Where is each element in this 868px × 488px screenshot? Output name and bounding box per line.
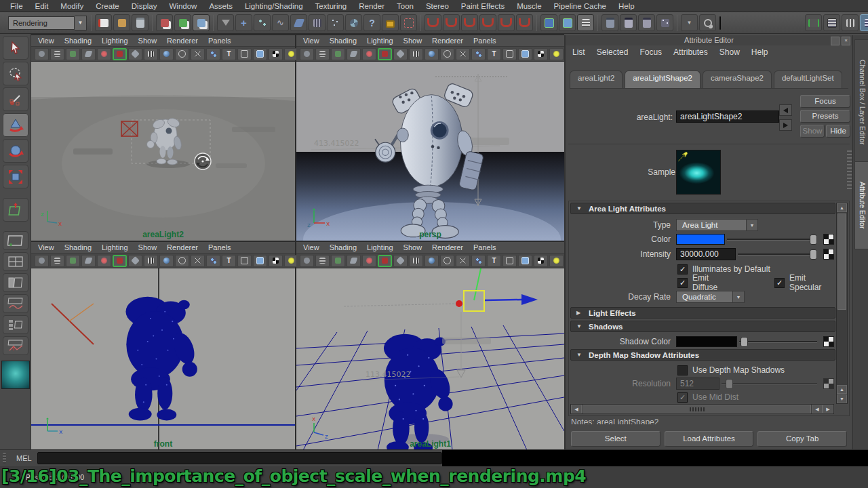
snap-to-view-planes-button[interactable]: [498, 14, 515, 31]
move-tool[interactable]: [3, 113, 28, 137]
intensity-field[interactable]: 30000.000: [676, 248, 736, 260]
shading-smooth-icon[interactable]: [393, 48, 408, 60]
presets-button[interactable]: Presets: [800, 110, 850, 123]
mel-input-field[interactable]: [37, 452, 442, 464]
textured-icon[interactable]: [206, 255, 220, 267]
lasso-select-tool[interactable]: [3, 62, 28, 85]
vp-menu-show[interactable]: Show: [138, 37, 157, 45]
orbit-camera-icon[interactable]: [300, 255, 314, 267]
ae-menu-show[interactable]: Show: [719, 47, 740, 57]
film-gate-icon[interactable]: [113, 48, 127, 60]
checker-display-icon[interactable]: [534, 48, 548, 60]
vp-menu-renderer[interactable]: Renderer: [432, 37, 463, 45]
menu-paint-effects[interactable]: Paint Effects: [455, 2, 511, 10]
vp-menu-shading[interactable]: Shading: [64, 37, 92, 45]
text-display-icon[interactable]: T: [487, 48, 501, 60]
section-area-light-attributes[interactable]: ▼ Area Light Attributes: [570, 203, 835, 214]
camera-attributes-icon[interactable]: [50, 48, 64, 60]
vp-menu-lighting[interactable]: Lighting: [102, 243, 128, 251]
select-object-button[interactable]: [174, 14, 191, 31]
map-button-checker-icon[interactable]: [823, 336, 834, 347]
cube-default-icon[interactable]: [502, 255, 517, 267]
attribute-editor-vertical-tab[interactable]: Attribute Editor: [854, 161, 868, 249]
menu-window[interactable]: Window: [163, 2, 203, 10]
color-slider[interactable]: [727, 239, 817, 241]
vp-menu-shading[interactable]: Shading: [330, 37, 357, 45]
layout-hypergraph-pane-button[interactable]: [3, 315, 28, 334]
vp-menu-renderer[interactable]: Renderer: [167, 37, 198, 45]
textured-icon[interactable]: [471, 255, 486, 267]
layout-graph-pane-button[interactable]: [3, 294, 28, 313]
cube-default-icon[interactable]: [237, 255, 252, 267]
vp-menu-renderer[interactable]: Renderer: [432, 243, 463, 251]
hide-button[interactable]: Hide: [826, 125, 850, 138]
select-component-button[interactable]: [193, 14, 210, 31]
construction-history-button[interactable]: [577, 14, 594, 31]
snap-to-projected-center-button[interactable]: [479, 14, 496, 31]
snap-to-points-button[interactable]: [461, 14, 478, 31]
ae-menu-selected[interactable]: Selected: [597, 47, 629, 57]
help-mode-button[interactable]: ?: [363, 14, 380, 31]
vp-menu-lighting[interactable]: Lighting: [102, 37, 128, 45]
section-shadows[interactable]: ▼ Shadows: [570, 321, 835, 332]
resolution-field[interactable]: 512: [676, 378, 719, 390]
film-grid-icon[interactable]: [144, 255, 158, 267]
film-gate-icon[interactable]: [113, 255, 127, 267]
restore-icon[interactable]: [831, 37, 840, 45]
layout-outliner-pane-button[interactable]: [3, 273, 28, 292]
vp-menu-lighting[interactable]: Lighting: [367, 243, 393, 251]
particles-button[interactable]: [327, 14, 344, 31]
attribute-editor-toggle[interactable]: [860, 14, 868, 31]
snap-points-button[interactable]: [254, 14, 271, 31]
section-depth-map-shadows[interactable]: ▼ Depth Map Shadow Attributes: [570, 349, 835, 361]
light-icon[interactable]: [97, 48, 111, 60]
menu-texturing[interactable]: Texturing: [309, 2, 353, 10]
tab-defaultlightset[interactable]: defaultLightSet: [774, 70, 842, 88]
checker-display-icon[interactable]: [269, 255, 283, 267]
vp-menu-show[interactable]: Show: [403, 243, 422, 251]
scroll-up-icon[interactable]: ▲: [837, 385, 847, 394]
wireframe-sphere-icon[interactable]: [440, 48, 454, 60]
layout-persp-graph-button[interactable]: [3, 336, 28, 355]
paint-select-tool[interactable]: [3, 87, 28, 111]
cube-shaded-icon[interactable]: [518, 48, 532, 60]
orbit-camera-icon[interactable]: [35, 255, 49, 267]
close-icon[interactable]: ×: [842, 37, 850, 45]
image-plane-icon[interactable]: [347, 255, 361, 267]
text-display-icon[interactable]: T: [222, 255, 236, 267]
vp-menu-lighting[interactable]: Lighting: [367, 37, 393, 45]
bookmark-icon[interactable]: [331, 255, 345, 267]
image-plane-icon[interactable]: [347, 48, 361, 60]
scroll-left-icon[interactable]: ◀: [571, 405, 582, 413]
snap-curve-button[interactable]: ∿: [272, 14, 289, 31]
cube-default-icon[interactable]: [237, 48, 252, 60]
mel-label[interactable]: MEL: [16, 454, 32, 462]
output-connections-button[interactable]: [559, 14, 576, 31]
selection-mask-dropdown[interactable]: ▼: [681, 14, 698, 31]
scroll-down-icon[interactable]: ▼: [837, 394, 847, 403]
shading-smooth-icon[interactable]: [128, 48, 142, 60]
marquee-select-button[interactable]: [400, 14, 417, 31]
film-grid-icon[interactable]: [144, 48, 158, 60]
resolution-slider[interactable]: [722, 383, 817, 385]
menu-set-selector[interactable]: Rendering ▼: [8, 16, 87, 30]
emit-diffuse-checkbox[interactable]: ✓: [677, 278, 688, 288]
map-button-checker-icon[interactable]: [823, 378, 834, 389]
layout-single-pane-button[interactable]: [3, 231, 28, 250]
xray-icon[interactable]: [191, 255, 205, 267]
illuminates-checkbox[interactable]: ✓: [677, 264, 688, 274]
vp-menu-panels[interactable]: Panels: [473, 37, 496, 45]
bulb-icon[interactable]: [549, 48, 564, 60]
vp-menu-view[interactable]: View: [303, 37, 319, 45]
command-line-grip[interactable]: [3, 453, 6, 464]
bookmark-icon[interactable]: [331, 48, 345, 60]
cube-shaded-icon[interactable]: [253, 255, 267, 267]
vp-menu-show[interactable]: Show: [403, 37, 422, 45]
vp-menu-shading[interactable]: Shading: [330, 243, 357, 251]
use-depth-map-shadows-checkbox[interactable]: ✓: [677, 365, 688, 375]
scroll-right-icon[interactable]: ▶: [823, 405, 833, 413]
node-name-field[interactable]: areaLightShape2: [676, 110, 779, 123]
ae-menu-focus[interactable]: Focus: [639, 47, 662, 57]
vp-menu-panels[interactable]: Panels: [208, 243, 231, 251]
panel-resize-grip[interactable]: [847, 150, 852, 191]
